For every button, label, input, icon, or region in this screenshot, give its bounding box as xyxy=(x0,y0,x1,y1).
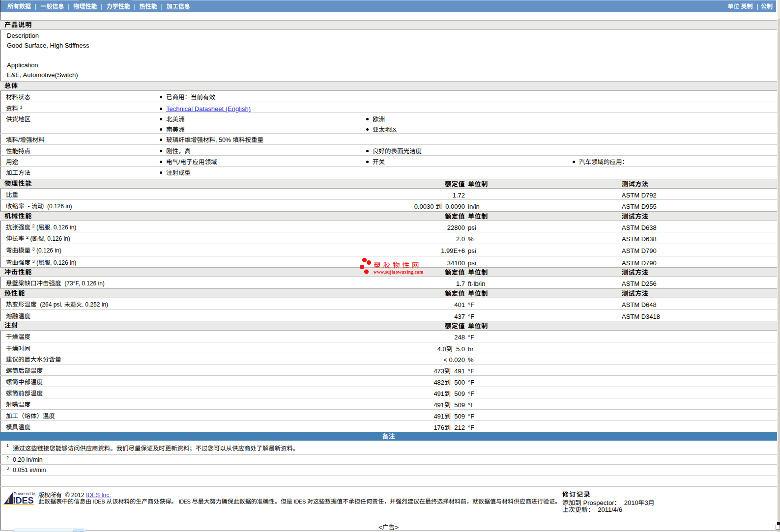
svg-text:i: i xyxy=(7,495,10,505)
svg-text:www.sujiaowuxing.com: www.sujiaowuxing.com xyxy=(374,270,424,275)
svg-text:塑胶物性网: 塑胶物性网 xyxy=(374,261,422,269)
svg-text:IDES: IDES xyxy=(13,496,34,505)
